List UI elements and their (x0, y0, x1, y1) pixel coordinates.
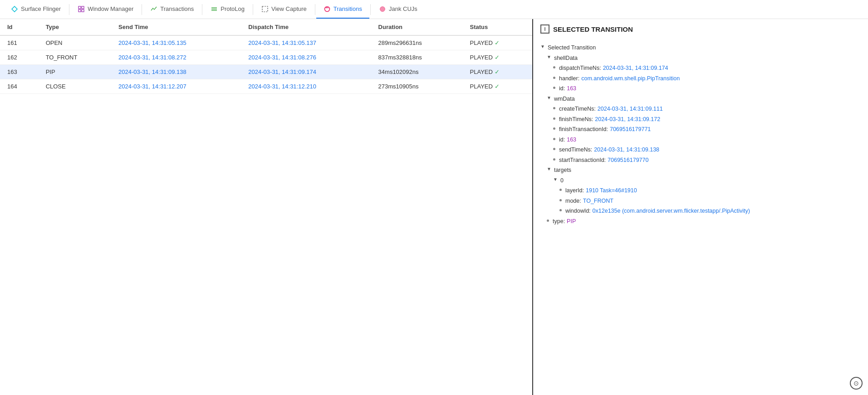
dispatch-time-ns-node: dispatchTimeNs: 2024-03-31, 14:31:09.174 (547, 63, 861, 73)
dispatch-time-ns-label: dispatchTimeNs: 2024-03-31, 14:31:09.174 (553, 63, 861, 73)
start-transaction-id-node: startTransactionId: 7069516179770 (547, 155, 861, 166)
layer-id-node: layerId: 1910 Task=46#1910 (553, 185, 861, 196)
dot-dispatch (553, 66, 555, 68)
wm-data-label: ▼ wmData (547, 94, 861, 104)
type-node: type: PIP (540, 216, 861, 227)
handler-node: handler: com.android.wm.shell.pip.PipTra… (547, 73, 861, 84)
table-area: Id Type Send Time Dispatch Time Duration… (0, 19, 532, 395)
start-transaction-id-label: startTransactionId: 7069516179770 (553, 155, 861, 166)
mode-node: mode: TO_FRONT (553, 196, 861, 206)
tab-transitions[interactable]: Transitions (316, 0, 369, 19)
svg-rect-4 (82, 10, 84, 12)
layer-id-label: layerId: 1910 Task=46#1910 (559, 185, 861, 196)
table-row[interactable]: 161OPEN2024-03-31, 14:31:05.1352024-03-3… (0, 35, 532, 50)
collapse-arrow-targets[interactable]: ▼ (547, 165, 551, 173)
tab-divider-5 (315, 4, 315, 15)
dot-finish (553, 117, 555, 120)
col-status: Status (463, 19, 532, 35)
lines-icon (211, 5, 218, 13)
tab-bar: Surface Flinger Window Manager Transacti… (0, 0, 868, 19)
panel-title: I SELECTED TRANSITION (540, 24, 861, 37)
collapse-arrow-root[interactable]: ▼ (540, 43, 545, 51)
dot-start-txn (553, 158, 555, 161)
grid-icon (78, 5, 85, 13)
col-duration: Duration (371, 19, 463, 35)
svg-rect-8 (262, 6, 268, 12)
window-id-node: windowId: 0x12e135e (com.android.server.… (553, 206, 861, 216)
dot-create (553, 107, 555, 109)
svg-marker-0 (12, 6, 17, 12)
tab-transactions[interactable]: Transactions (143, 0, 201, 19)
selected-transition-label: ▼ Selected Transition (540, 43, 861, 53)
circle-arrow-icon (324, 5, 331, 13)
shell-id-label: id: 163 (553, 83, 861, 94)
diamond-icon (11, 5, 18, 13)
dot-mode (559, 199, 562, 201)
collapse-arrow-wm[interactable]: ▼ (547, 94, 551, 102)
table-row[interactable]: 162TO_FRONT2024-03-31, 14:31:08.2722024-… (0, 50, 532, 65)
type-label: type: PIP (547, 216, 861, 227)
status-text: PLAYED (470, 54, 493, 61)
time-link[interactable]: 2024-03-31, 14:31:12.207 (111, 79, 241, 94)
transitions-table: Id Type Send Time Dispatch Time Duration… (0, 19, 532, 94)
finish-time-ns-node: finishTimeNs: 2024-03-31, 14:31:09.172 (547, 114, 861, 125)
table-row[interactable]: 163PIP2024-03-31, 14:31:09.1382024-03-31… (0, 65, 532, 79)
mode-label: mode: TO_FRONT (559, 196, 861, 206)
time-link[interactable]: 2024-03-31, 14:31:12.210 (241, 79, 371, 94)
wm-id-label: id: 163 (553, 135, 861, 145)
status-text: PLAYED (470, 39, 493, 46)
col-id: Id (0, 19, 39, 35)
col-send-time: Send Time (111, 19, 241, 35)
col-dispatch-time: Dispatch Time (241, 19, 371, 35)
bottom-right-icon[interactable]: ⊙ (850, 377, 863, 390)
dot-shell-id (553, 87, 555, 89)
table-header-row: Id Type Send Time Dispatch Time Duration… (0, 19, 532, 35)
shell-data-label: ▼ shellData (547, 53, 861, 63)
time-link[interactable]: 2024-03-31, 14:31:05.137 (241, 35, 371, 50)
dot-layer-id (559, 189, 562, 191)
main-content: Id Type Send Time Dispatch Time Duration… (0, 19, 868, 395)
collapse-arrow-target-0[interactable]: ▼ (553, 176, 558, 184)
time-link[interactable]: 2024-03-31, 14:31:08.272 (111, 50, 241, 65)
send-time-ns-node: sendTimeNs: 2024-03-31, 14:31:09.138 (547, 145, 861, 155)
tab-divider-3 (202, 4, 202, 15)
create-time-ns-label: createTimeNs: 2024-03-31, 14:31:09.111 (553, 104, 861, 114)
tab-proto-log[interactable]: ProtoLog (203, 0, 252, 19)
dot-finish-txn (553, 127, 555, 130)
window-id-label: windowId: 0x12e135e (com.android.server.… (559, 206, 861, 216)
wm-id-node: id: 163 (547, 135, 861, 145)
chart-line-icon (150, 5, 157, 13)
square-dashed-icon (261, 5, 269, 13)
col-type: Type (39, 19, 111, 35)
time-link[interactable]: 2024-03-31, 14:31:05.135 (111, 35, 241, 50)
check-icon: ✓ (495, 83, 500, 90)
dot-type (547, 219, 549, 222)
tab-surface-flinger[interactable]: Surface Flinger (4, 0, 68, 19)
table-row[interactable]: 164CLOSE2024-03-31, 14:31:12.2072024-03-… (0, 79, 532, 94)
panel-icon: I (540, 24, 549, 34)
check-icon: ✓ (495, 39, 500, 46)
target-0-node: ▼ 0 layerId: 1910 Task=46#1910 (547, 176, 861, 216)
check-icon: ✓ (495, 68, 500, 75)
finish-time-ns-label: finishTimeNs: 2024-03-31, 14:31:09.172 (553, 114, 861, 125)
tab-jank-cujs[interactable]: Jank CUJs (372, 0, 425, 19)
tab-view-capture[interactable]: View Capture (254, 0, 314, 19)
time-link[interactable]: 2024-03-31, 14:31:09.138 (111, 65, 241, 79)
right-panel: I SELECTED TRANSITION ▼ Selected Transit… (532, 19, 868, 395)
send-time-ns-label: sendTimeNs: 2024-03-31, 14:31:09.138 (553, 145, 861, 155)
tab-window-manager[interactable]: Window Manager (70, 0, 141, 19)
dot-send (553, 148, 555, 150)
dot-handler (553, 77, 555, 79)
targets-label: ▼ targets (547, 165, 861, 176)
finish-transaction-id-label: finishTransactionId: 7069516179771 (553, 124, 861, 135)
tab-divider-2 (142, 4, 142, 15)
transition-tree: ▼ Selected Transition ▼ shellData dispat… (540, 43, 861, 226)
tab-divider-6 (370, 4, 371, 15)
time-link[interactable]: 2024-03-31, 14:31:08.276 (241, 50, 371, 65)
time-link[interactable]: 2024-03-31, 14:31:09.174 (241, 65, 371, 79)
circle-pink-icon (379, 5, 386, 13)
tab-divider-1 (69, 4, 69, 15)
wm-data-node: ▼ wmData createTimeNs: 2024-03-31, 14:31… (540, 94, 861, 166)
collapse-arrow-shell[interactable]: ▼ (547, 53, 551, 61)
svg-rect-2 (82, 6, 84, 9)
